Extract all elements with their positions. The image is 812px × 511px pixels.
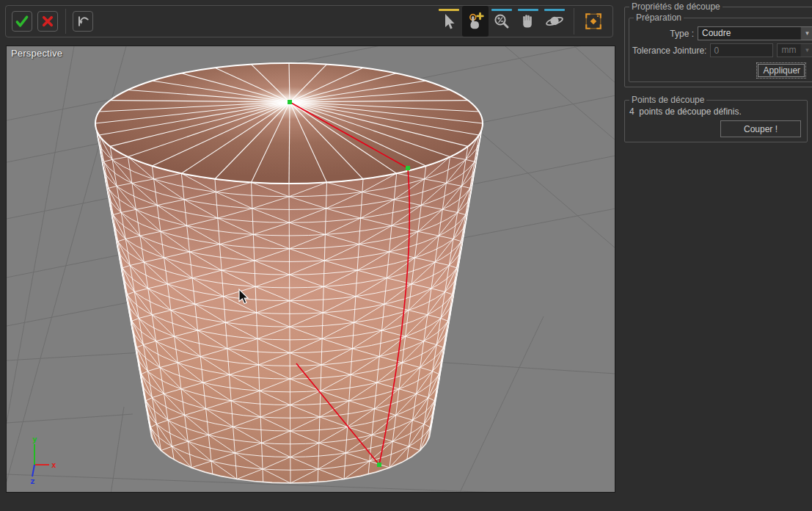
tool-group bbox=[436, 6, 607, 37]
type-select[interactable]: Coudre ▼ bbox=[698, 26, 812, 40]
preparation-group: Préparation Type : Coudre ▼ Tolerance Jo… bbox=[629, 12, 812, 82]
cut-points-group: Points de découpe 4 points de découpe dé… bbox=[624, 95, 808, 142]
select-cursor-icon bbox=[440, 12, 458, 30]
x-cancel-icon bbox=[41, 15, 54, 28]
orbit-planet-icon bbox=[545, 12, 564, 31]
svg-text:y: y bbox=[32, 435, 37, 444]
add-point-hand-icon bbox=[466, 12, 485, 31]
svg-text:x: x bbox=[51, 460, 56, 470]
arrow-to-bar-icon bbox=[76, 14, 90, 29]
tool-accent-bar bbox=[544, 9, 565, 11]
unit-select-value: mm bbox=[778, 44, 800, 57]
viewport[interactable]: xyz Perspective bbox=[6, 46, 615, 493]
viewport-canvas[interactable]: xyz bbox=[7, 46, 615, 492]
tool-accent-bar bbox=[491, 9, 512, 11]
points-status: 4 points de découpe définis. bbox=[629, 106, 804, 117]
cylinder-mesh bbox=[95, 63, 483, 483]
tool-accent-bar bbox=[518, 9, 538, 11]
confirm-button[interactable] bbox=[12, 11, 32, 32]
preparation-title: Préparation bbox=[634, 12, 684, 23]
viewport-label: Perspective bbox=[11, 48, 62, 59]
toolbar bbox=[5, 5, 613, 37]
check-icon bbox=[15, 14, 29, 29]
cut-button[interactable]: Couper ! bbox=[720, 120, 801, 137]
tool-zoom[interactable] bbox=[489, 6, 515, 37]
application-window: xyz Perspective Propriétés de découpe Pr… bbox=[0, 0, 812, 511]
tolerance-label: Tolerance Jointure: bbox=[632, 46, 710, 56]
cut-properties-title: Propriétés de découpe bbox=[629, 1, 723, 12]
axis-gizmo: xyz bbox=[30, 435, 56, 486]
chevron-down-icon: ▼ bbox=[800, 44, 812, 57]
pan-hand-icon bbox=[519, 12, 537, 30]
zoom-plusminus-icon bbox=[493, 12, 511, 30]
cut-properties-group: Propriétés de découpe Préparation Type :… bbox=[624, 1, 812, 87]
tool-add-point[interactable] bbox=[462, 6, 489, 37]
cut-points-title: Points de découpe bbox=[629, 95, 706, 105]
tool-accent-bar bbox=[439, 9, 459, 11]
type-label: Type : bbox=[632, 29, 698, 39]
tool-frame-view[interactable] bbox=[580, 6, 607, 37]
toolbar-separator bbox=[574, 8, 574, 35]
toolbar-separator bbox=[65, 9, 66, 34]
cancel-button[interactable] bbox=[37, 11, 58, 32]
apply-button[interactable]: Appliquer bbox=[758, 64, 805, 77]
tool-pan[interactable] bbox=[515, 6, 541, 37]
svg-text:z: z bbox=[30, 476, 35, 486]
frame-view-icon bbox=[584, 12, 603, 31]
properties-panel: Propriétés de découpe Préparation Type :… bbox=[620, 0, 812, 511]
unit-select: mm ▼ bbox=[777, 43, 812, 57]
tool-orbit[interactable] bbox=[541, 6, 568, 37]
chevron-down-icon[interactable]: ▼ bbox=[800, 27, 812, 40]
tool-select[interactable] bbox=[436, 6, 462, 37]
type-select-value: Coudre bbox=[698, 27, 800, 40]
reset-view-button[interactable] bbox=[73, 11, 93, 32]
tolerance-input bbox=[710, 43, 773, 57]
